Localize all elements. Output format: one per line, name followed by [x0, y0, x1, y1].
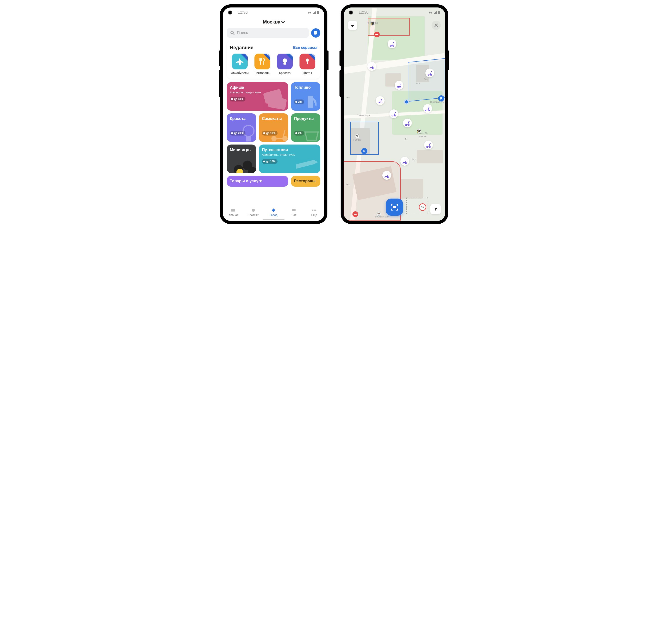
recent-item-flights[interactable]: 7% Авиабилеты — [230, 53, 250, 75]
tab-chat[interactable]: Чат — [284, 208, 304, 217]
svg-point-22 — [315, 210, 316, 211]
status-bar: 12:30 — [344, 7, 445, 16]
scooter-pin[interactable] — [367, 62, 376, 71]
svg-point-9 — [243, 125, 254, 136]
status-bar: 12:30 — [223, 7, 324, 16]
tile-travel[interactable]: Путешествия Авиабилеты, отели, туры до 1… — [259, 144, 320, 173]
scan-qr-button[interactable] — [386, 199, 403, 216]
svg-rect-23 — [438, 11, 440, 14]
poi-cafe-icon: ☕ — [377, 212, 381, 216]
tile-goods[interactable]: Товары и услуги — [227, 176, 288, 187]
camera-cutout — [228, 11, 232, 15]
parking-pin[interactable]: P — [438, 95, 444, 102]
svg-rect-10 — [246, 136, 251, 141]
cashback-badge: 5% — [286, 53, 293, 61]
filter-icon — [350, 24, 355, 27]
tile-fuel[interactable]: Топливо 2% — [291, 82, 320, 111]
scooter-pin[interactable] — [388, 40, 396, 48]
scooter-pin[interactable] — [376, 96, 384, 105]
tab-payments[interactable]: Платежи — [243, 208, 263, 217]
cashback-badge: 10% — [263, 53, 270, 61]
search-icon — [230, 31, 235, 35]
tile-afisha[interactable]: Афиша Концерты, театр и кино до 40% — [227, 82, 288, 111]
scooter-pin[interactable] — [423, 104, 432, 113]
diamond-icon — [271, 208, 276, 212]
svg-point-20 — [312, 210, 313, 211]
tile-restaurants[interactable]: Рестораны — [291, 176, 320, 187]
cashback-badge: 7% — [241, 53, 248, 61]
recent-item-restaurants[interactable]: 10% Рестораны — [253, 53, 272, 75]
tab-more[interactable]: Еще — [304, 208, 324, 217]
search-input[interactable]: Поиск — [227, 28, 309, 38]
basket-icon — [302, 125, 320, 142]
dots-icon — [312, 209, 317, 211]
svg-rect-8 — [268, 96, 287, 110]
svg-rect-17 — [231, 209, 235, 212]
svg-point-18 — [252, 209, 255, 212]
scooter-pin[interactable] — [425, 68, 434, 77]
scooter-pin[interactable] — [400, 157, 409, 166]
all-services-link[interactable]: Все сервисы — [293, 45, 317, 50]
recent-item-beauty[interactable]: 5% Красота — [275, 53, 295, 75]
map-screen[interactable]: а № 1375 ник Высокая ул. Высокая ул. 5к2… — [344, 7, 445, 221]
cashback-pill: до 10% — [262, 159, 277, 164]
search-placeholder: Поиск — [237, 31, 248, 35]
status-time: 12:30 — [238, 10, 248, 15]
camera-cutout — [349, 11, 353, 15]
balls-icon — [232, 154, 256, 173]
svg-line-2 — [233, 34, 234, 35]
cashback-badge: 20% — [308, 53, 315, 61]
svg-point-21 — [314, 210, 315, 211]
locate-me-button[interactable] — [430, 204, 441, 214]
fuel-icon — [302, 92, 320, 111]
scooter-pin[interactable] — [382, 171, 391, 180]
tab-city[interactable]: Город — [263, 208, 284, 217]
poi-school-icon: 🎓 — [370, 21, 375, 26]
my-location-dot — [404, 99, 409, 105]
tab-home[interactable]: Главная — [223, 208, 243, 217]
recent-title: Недавние — [230, 45, 253, 50]
speed-limit-sign: 15 — [419, 203, 426, 211]
scooter-pin[interactable] — [424, 141, 433, 149]
svg-rect-25 — [351, 25, 354, 26]
svg-rect-27 — [393, 206, 396, 208]
card-icon — [230, 208, 236, 212]
poi-school-icon: 🎓 — [416, 129, 421, 133]
close-button[interactable] — [431, 21, 441, 30]
no-entry-icon — [352, 211, 358, 217]
svg-rect-24 — [350, 24, 354, 25]
close-icon — [435, 24, 438, 27]
city-screen: 12:30 Москва Поиск Недавни — [223, 7, 324, 221]
tile-scooters[interactable]: Самокаты до 10% — [259, 113, 288, 142]
svg-rect-6 — [284, 63, 286, 65]
status-time: 12:30 — [359, 10, 368, 15]
cashback-pill: до 40% — [230, 97, 245, 102]
chat-icon — [292, 208, 296, 212]
status-icons — [428, 11, 440, 14]
recent-item-flowers[interactable]: 20% Цветы — [298, 53, 318, 75]
phone-frame-left: 12:30 Москва Поиск Недавни — [220, 4, 328, 224]
home-indicator[interactable] — [262, 219, 285, 220]
svg-rect-26 — [352, 26, 353, 27]
no-entry-icon — [374, 32, 380, 37]
status-icons — [308, 11, 319, 14]
tickets-icon — [260, 87, 288, 111]
tab-bar: Главная Платежи Город Чат Еще — [223, 206, 324, 218]
city-selector[interactable]: Москва — [223, 16, 324, 28]
tile-games[interactable]: Мини-игры — [227, 144, 256, 173]
scooter-pin[interactable] — [403, 119, 412, 127]
scooter-pin[interactable] — [395, 81, 404, 90]
parking-pin[interactable]: P — [361, 148, 367, 154]
tile-groceries[interactable]: Продукты 2% — [291, 113, 320, 142]
location-arrow-icon — [433, 207, 438, 212]
tile-beauty[interactable]: Красота до 20% — [227, 113, 256, 142]
scooter-pin[interactable] — [389, 109, 398, 118]
city-name: Москва — [263, 19, 280, 25]
svg-rect-0 — [317, 11, 319, 14]
recent-card: Недавние Все сервисы 7% Авиабилеты — [227, 41, 320, 79]
circle-icon — [251, 208, 256, 212]
filter-button[interactable] — [348, 21, 357, 30]
receipt-icon — [314, 31, 318, 35]
scooter-icon — [270, 125, 288, 142]
receipts-button[interactable] — [311, 28, 320, 37]
